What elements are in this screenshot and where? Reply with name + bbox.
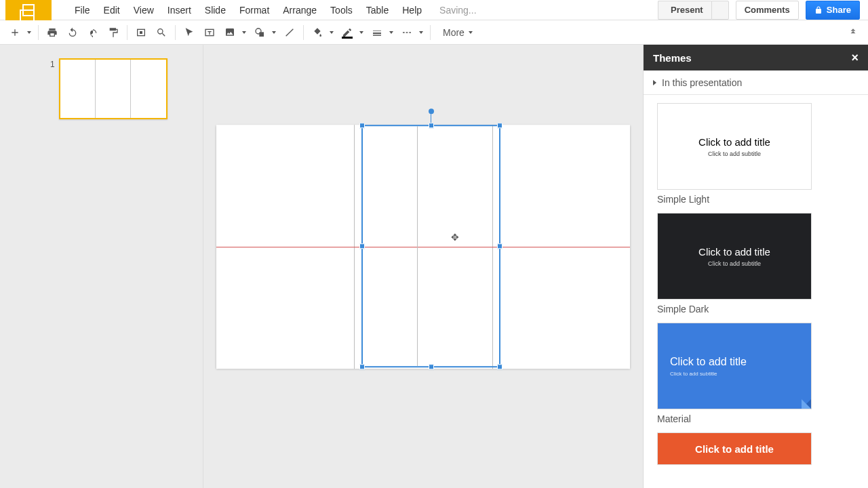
plus-icon — [9, 27, 20, 38]
lock-icon — [814, 6, 823, 14]
border-weight-button[interactable] — [368, 23, 396, 42]
image-tool[interactable] — [220, 23, 249, 42]
svg-rect-4 — [259, 32, 264, 37]
resize-handle-sw[interactable] — [359, 364, 365, 369]
fill-color-button[interactable] — [308, 23, 336, 42]
shape-tool[interactable] — [250, 23, 279, 42]
zoom-fit-button[interactable] — [132, 23, 151, 42]
themes-panel: Themes × In this presentation Click to a… — [643, 45, 868, 488]
line-weight-icon — [372, 27, 382, 38]
resize-handle-w[interactable] — [359, 243, 365, 249]
shape-icon — [254, 27, 265, 38]
chevron-down-icon — [389, 31, 393, 34]
themes-section-label: In this presentation — [662, 77, 742, 88]
slide-thumbnail-1[interactable] — [59, 58, 167, 119]
zoom-button[interactable] — [152, 23, 171, 42]
theme-preview[interactable]: Click to add title Click to add subtitle — [657, 323, 812, 409]
line-icon — [284, 27, 295, 38]
selection-box[interactable] — [361, 125, 500, 367]
guide-line — [130, 60, 131, 118]
undo-button[interactable] — [63, 23, 82, 42]
menu-file[interactable]: File — [68, 1, 97, 19]
slide-canvas[interactable]: ✥ — [203, 45, 643, 488]
resize-handle-n[interactable] — [429, 123, 434, 128]
menu-view[interactable]: View — [127, 1, 161, 19]
shape-line — [417, 126, 418, 366]
chevron-right-icon — [653, 80, 656, 85]
theme-preview-title: Click to add title — [698, 246, 770, 258]
theme-item-material: Click to add title Click to add subtitle… — [657, 323, 854, 424]
line-dash-icon — [401, 27, 412, 38]
paint-format-button[interactable] — [104, 23, 123, 42]
toolbar-separator — [175, 25, 176, 40]
resize-handle-nw[interactable] — [359, 123, 365, 128]
chevron-down-icon — [469, 31, 473, 34]
close-panel-button[interactable]: × — [851, 52, 859, 64]
theme-preview[interactable]: Click to add title Click to add subtitle — [657, 213, 812, 300]
theme-preview-subtitle: Click to add subtitle — [670, 371, 717, 377]
themes-panel-section[interactable]: In this presentation — [644, 70, 868, 95]
workspace: 1 ✥ — [0, 45, 868, 488]
collapse-toolbar-button[interactable] — [844, 23, 863, 42]
select-tool[interactable] — [180, 23, 199, 42]
toolbar: More — [0, 20, 868, 45]
theme-preview-title: Click to add title — [698, 136, 770, 148]
resize-handle-e[interactable] — [497, 243, 502, 249]
print-button[interactable] — [43, 23, 62, 42]
textbox-tool[interactable] — [200, 23, 219, 42]
menu-help[interactable]: Help — [395, 1, 429, 19]
menu-insert[interactable]: Insert — [161, 1, 198, 19]
rotate-handle[interactable] — [429, 108, 434, 114]
menu-table[interactable]: Table — [359, 1, 395, 19]
theme-preview[interactable]: Click to add title — [657, 432, 812, 465]
border-dash-button[interactable] — [397, 23, 426, 42]
theme-preview-title: Click to add title — [670, 356, 747, 368]
theme-preview-subtitle: Click to add subtitle — [708, 150, 761, 157]
resize-handle-s[interactable] — [429, 364, 434, 369]
fold-icon — [802, 399, 811, 409]
more-button[interactable]: More — [435, 27, 478, 38]
comments-label: Comments — [745, 5, 790, 15]
chevron-down-icon — [242, 31, 246, 34]
comments-button[interactable]: Comments — [736, 1, 799, 20]
line-tool[interactable] — [280, 23, 299, 42]
zoom-icon — [156, 27, 167, 38]
themes-panel-title: Themes — [653, 52, 692, 64]
slide-filmstrip[interactable]: 1 — [0, 45, 203, 488]
share-button[interactable]: Share — [806, 1, 860, 20]
themes-panel-header: Themes × — [644, 45, 868, 70]
menu-edit[interactable]: Edit — [97, 1, 127, 19]
header-actions: Present Comments Share — [658, 1, 868, 20]
menu-arrange[interactable]: Arrange — [276, 1, 323, 19]
more-label: More — [443, 27, 465, 38]
paint-bucket-icon — [312, 27, 323, 38]
new-slide-button[interactable] — [5, 23, 34, 42]
move-cursor-icon: ✥ — [451, 232, 459, 243]
slide[interactable]: ✥ — [216, 125, 630, 369]
resize-handle-se[interactable] — [497, 364, 502, 369]
chevron-down-icon — [359, 31, 363, 34]
svg-rect-1 — [140, 31, 142, 34]
themes-list: Click to add title Click to add subtitle… — [644, 95, 868, 488]
theme-preview[interactable]: Click to add title Click to add subtitle — [657, 103, 812, 190]
toolbar-separator — [127, 25, 127, 40]
present-dropdown[interactable] — [711, 1, 729, 20]
color-swatch — [342, 37, 353, 39]
present-label: Present — [671, 5, 703, 15]
save-status: Saving... — [439, 5, 476, 16]
undo-icon — [67, 27, 78, 38]
menu-bar: File Edit View Insert Slide Format Arran… — [0, 0, 868, 20]
menu-tools[interactable]: Tools — [323, 1, 359, 19]
menu-slide[interactable]: Slide — [198, 1, 233, 19]
present-button[interactable]: Present — [658, 1, 711, 20]
theme-name-label: Simple Light — [657, 194, 854, 205]
share-label: Share — [827, 5, 851, 15]
menu-format[interactable]: Format — [233, 1, 276, 19]
resize-handle-ne[interactable] — [497, 123, 502, 128]
app-logo — [5, 0, 52, 20]
redo-button[interactable] — [83, 23, 102, 42]
theme-item-simple-light: Click to add title Click to add subtitle… — [657, 103, 854, 205]
border-color-button[interactable] — [338, 23, 366, 42]
chevron-down-icon — [27, 31, 31, 34]
chevron-down-icon — [419, 31, 423, 34]
